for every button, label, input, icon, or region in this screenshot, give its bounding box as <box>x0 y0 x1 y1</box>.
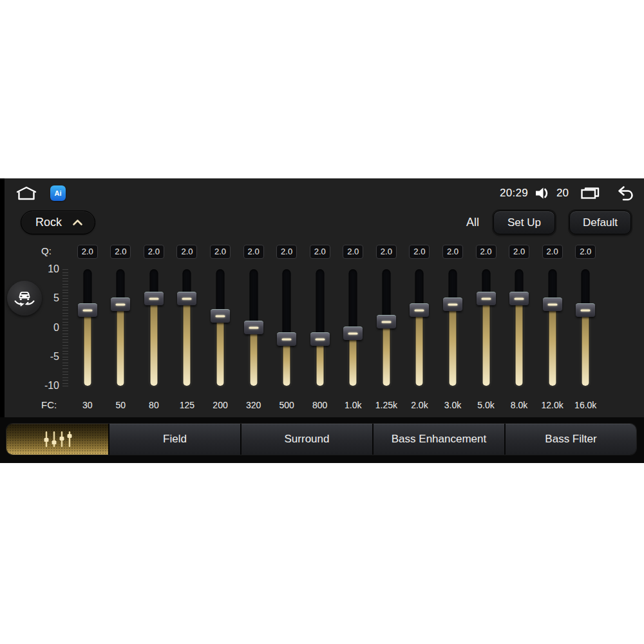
freq-label: 800 <box>312 400 327 410</box>
freq-label: 30 <box>82 400 93 410</box>
slider-handle[interactable] <box>377 315 396 328</box>
clock: 20:29 <box>500 187 528 200</box>
q-value[interactable]: 2.0 <box>77 245 98 259</box>
q-value[interactable]: 2.0 <box>310 245 330 259</box>
q-column: 2.0 <box>237 244 270 259</box>
band-slider <box>171 269 204 386</box>
freq-label: 320 <box>246 400 261 410</box>
band-slider <box>71 269 104 386</box>
slider-handle[interactable] <box>543 298 562 311</box>
slider-handle[interactable] <box>211 309 230 323</box>
head-unit-screen: Ai 20:29 20 <box>0 178 644 463</box>
q-value[interactable]: 2.0 <box>442 245 463 259</box>
slider-gold-fill <box>482 298 489 386</box>
band-slider <box>303 269 337 386</box>
header-actions: All Set Up Default <box>466 211 631 234</box>
q-value[interactable]: 2.0 <box>476 245 497 259</box>
q-value[interactable]: 2.0 <box>376 245 397 259</box>
preset-selector[interactable]: Rock <box>21 211 95 234</box>
preset-selector-label: Rock <box>35 216 62 229</box>
freq-label: 8.0k <box>511 400 527 410</box>
freq-column: 80 <box>137 397 171 413</box>
slider-gold-fill <box>549 304 556 386</box>
slider-gold-fill <box>416 310 423 386</box>
slider-gold-fill <box>184 298 191 386</box>
freq-column: 320 <box>237 397 270 413</box>
freq-label: 500 <box>279 400 294 410</box>
slider-handle[interactable] <box>477 292 496 305</box>
header-row: Rock All Set Up Default <box>21 211 631 234</box>
tab-bass-enhancement[interactable]: Bass Enhancement <box>374 424 504 455</box>
q-value[interactable]: 2.0 <box>144 245 164 259</box>
slider-handle[interactable] <box>244 321 263 334</box>
slider-handle[interactable] <box>410 303 429 317</box>
q-column: 2.0 <box>171 244 204 259</box>
recents-button[interactable] <box>580 186 600 200</box>
home-icon <box>15 186 37 201</box>
q-value[interactable]: 2.0 <box>276 245 297 259</box>
ai-app-button[interactable]: Ai <box>50 185 66 201</box>
freq-label: 125 <box>180 400 194 410</box>
home-button[interactable] <box>15 186 37 201</box>
slider-handle[interactable] <box>509 292 529 305</box>
back-icon <box>616 185 635 202</box>
q-value[interactable]: 2.0 <box>575 245 596 259</box>
slider-handle[interactable] <box>443 298 462 311</box>
freq-column: 30 <box>71 397 104 413</box>
all-label[interactable]: All <box>466 216 479 229</box>
slider-gold-fill <box>449 304 456 386</box>
freq-column: 500 <box>270 397 303 413</box>
slider-handle[interactable] <box>343 327 363 340</box>
q-column: 2.0 <box>337 244 370 259</box>
tab-equalizer[interactable] <box>6 424 108 455</box>
q-column: 2.0 <box>436 244 469 259</box>
fc-row: FC: 3050801252003205008001.0k1.25k2.0k3.… <box>0 397 644 413</box>
freq-label: 2.0k <box>411 400 428 410</box>
axis-label: 5 <box>26 292 59 305</box>
slider-gold-fill <box>117 304 124 386</box>
freq-label: 16.0k <box>574 400 596 410</box>
tab-field[interactable]: Field <box>109 424 240 455</box>
q-value[interactable]: 2.0 <box>210 245 231 259</box>
slider-gold-fill <box>150 298 157 386</box>
q-value[interactable]: 2.0 <box>176 245 197 259</box>
page: Ai 20:29 20 <box>0 0 644 644</box>
slider-handle[interactable] <box>277 332 296 346</box>
q-value[interactable]: 2.0 <box>409 245 430 259</box>
q-value[interactable]: 2.0 <box>243 245 264 259</box>
freq-column: 1.0k <box>337 397 370 413</box>
tab-surround[interactable]: Surround <box>242 424 372 455</box>
q-column: 2.0 <box>569 244 602 259</box>
equalizer-area: 1050-5-10 <box>0 269 644 386</box>
back-button[interactable] <box>616 185 635 202</box>
slider-handle[interactable] <box>310 332 330 346</box>
q-value[interactable]: 2.0 <box>110 245 131 259</box>
band-slider <box>337 269 370 386</box>
q-column: 2.0 <box>204 244 237 259</box>
freq-column: 50 <box>104 397 138 413</box>
slider-handle[interactable] <box>144 292 164 305</box>
band-slider <box>403 269 437 386</box>
default-button[interactable]: Default <box>569 211 631 234</box>
q-value[interactable]: 2.0 <box>542 245 563 259</box>
slider-handle[interactable] <box>111 298 130 311</box>
slider-handle[interactable] <box>78 303 97 317</box>
set-up-button[interactable]: Set Up <box>493 211 555 234</box>
equalizer-sliders-icon <box>39 430 75 449</box>
band-slider <box>569 269 602 386</box>
band-sliders-row <box>71 269 602 386</box>
tab-bass-filter[interactable]: Bass Filter <box>506 424 636 455</box>
q-column: 2.0 <box>71 244 104 259</box>
slider-gold-fill <box>516 298 523 386</box>
freq-label: 12.0k <box>542 400 564 410</box>
q-column: 2.0 <box>403 244 437 259</box>
q-value[interactable]: 2.0 <box>509 245 529 259</box>
freq-label: 5.0k <box>477 400 494 410</box>
q-value[interactable]: 2.0 <box>343 245 363 259</box>
gain-axis-ticks <box>62 269 68 386</box>
audio-tab-bar: Field Surround Bass Enhancement Bass Fil… <box>6 424 636 455</box>
band-slider <box>204 269 237 386</box>
status-bar-right: 20:29 20 <box>500 185 635 202</box>
slider-handle[interactable] <box>177 292 196 305</box>
slider-handle[interactable] <box>576 303 595 317</box>
